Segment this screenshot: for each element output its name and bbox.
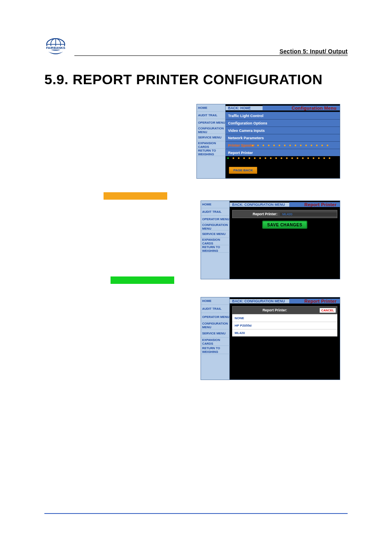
sidebar-item[interactable]: EXPANSION CARDS: [201, 338, 230, 346]
sidebar-item[interactable]: CONFIGURATION MENU: [201, 321, 230, 329]
sidebar-item[interactable]: AUDIT TRAIL: [201, 305, 230, 313]
sidebar-item[interactable]: EXPANSION CARDS: [197, 141, 226, 149]
sidebar-item[interactable]: SERVICE MENU: [197, 134, 226, 141]
menu-item[interactable]: Configuration Options: [226, 119, 340, 127]
report-printer-field[interactable]: Report Printer: ML420: [232, 210, 337, 218]
section-label: Section 5: Input/ Output: [279, 48, 348, 55]
sidebar-item[interactable]: RETURN TO WEIGHING: [197, 149, 226, 156]
report-printer-panel: HOME BACK: CONFIGURATION MENU Report Pri…: [201, 200, 340, 279]
report-printer-field: Report Printer: CANCEL: [232, 306, 337, 314]
sidebar-item[interactable]: RETURN TO WEIGHING: [201, 245, 230, 253]
fairbanks-logo: FAIRBANKS: [44, 37, 67, 58]
field-value: ML420: [280, 212, 337, 216]
sidebar-item[interactable]: RETURN TO WEIGHING: [201, 346, 230, 354]
save-changes-button[interactable]: SAVE CHANGES: [262, 221, 307, 229]
breadcrumb[interactable]: BACK: CONFIGURATION MENU: [230, 299, 289, 304]
field-label: Report Printer:: [233, 212, 280, 216]
sidebar-item[interactable]: HOME: [197, 104, 226, 112]
panel-title: Report Printer: [289, 299, 340, 304]
page-title: 5.9. REPORT PRINTER CONFIGURATION: [44, 71, 348, 88]
sidebar-item[interactable]: CONFIGURATION MENU: [197, 127, 226, 134]
field-label: Report Printer:: [233, 308, 320, 312]
page-back-button[interactable]: PAGE BACK: [229, 167, 257, 174]
sidebar-item[interactable]: HOME: [201, 201, 230, 208]
printer-option[interactable]: ML420: [232, 329, 337, 336]
report-printer-select-panel: HOME BACK: CONFIGURATION MENU Report Pri…: [201, 297, 340, 380]
panel-title: Report Printer: [289, 202, 340, 207]
sidebar-item[interactable]: HOME: [201, 297, 230, 305]
sidebar-item[interactable]: AUDIT TRAIL: [201, 208, 230, 216]
sidebar-item[interactable]: SERVICE MENU: [201, 230, 230, 238]
sidebar-item[interactable]: AUDIT TRAIL: [197, 112, 226, 119]
printer-option[interactable]: HP P2055d: [232, 322, 337, 329]
menu-item[interactable]: Traffic Light Control: [226, 112, 340, 119]
header-rule: [74, 55, 348, 56]
breadcrumb[interactable]: BACK: CONFIGURATION MENU: [230, 203, 289, 207]
svg-text:FAIRBANKS: FAIRBANKS: [46, 46, 65, 50]
config-menu-panel: HOME BACK: HOME Configuration Menu AUDIT…: [196, 104, 340, 179]
breadcrumb[interactable]: BACK: HOME: [226, 106, 263, 111]
menu-item-report-printer[interactable]: Report Printer: [226, 149, 340, 156]
sidebar-item[interactable]: OPERATOR MENU: [201, 313, 230, 321]
sidebar-fill: [197, 156, 226, 178]
menu-item[interactable]: Video Camera Inputs: [226, 127, 340, 134]
sidebar-fill: [201, 354, 230, 380]
panel-title: Configuration Menu: [263, 106, 340, 111]
sidebar-item[interactable]: SERVICE MENU: [201, 329, 230, 338]
decorative-dots: [250, 145, 339, 146]
menu-item[interactable]: Network Parameters: [226, 134, 340, 141]
highlight-bar-green: [111, 276, 174, 284]
cancel-button[interactable]: CANCEL: [320, 308, 336, 313]
footer-rule: [44, 513, 348, 514]
decorative-dots: [226, 157, 339, 159]
sidebar-fill: [201, 253, 230, 279]
printer-option[interactable]: NONE: [232, 314, 337, 322]
sidebar-item[interactable]: OPERATOR MENU: [197, 119, 226, 127]
sidebar-item[interactable]: CONFIGURATION MENU: [201, 223, 230, 230]
highlight-bar-orange: [104, 192, 167, 200]
sidebar-item[interactable]: OPERATOR MENU: [201, 216, 230, 223]
sidebar-item[interactable]: EXPANSION CARDS: [201, 238, 230, 245]
